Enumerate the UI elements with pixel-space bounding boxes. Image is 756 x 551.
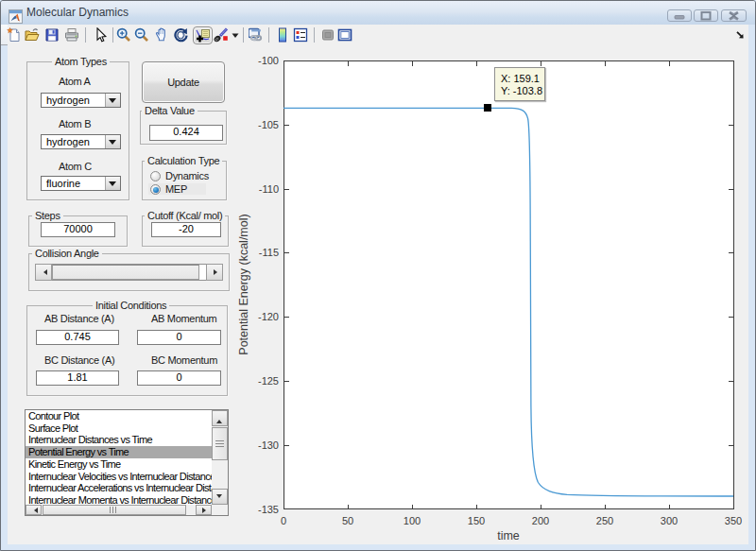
svg-text:-120: -120 — [258, 311, 279, 322]
svg-text:0: 0 — [281, 515, 286, 526]
svg-text:-105: -105 — [258, 119, 279, 130]
svg-text:250: 250 — [596, 515, 613, 526]
svg-text:-125: -125 — [258, 375, 279, 387]
svg-text:100: 100 — [404, 515, 421, 526]
svg-text:-130: -130 — [258, 439, 279, 451]
svg-text:300: 300 — [661, 515, 678, 526]
svg-text:350: 350 — [725, 515, 742, 526]
svg-text:-115: -115 — [259, 247, 279, 258]
svg-text:-110: -110 — [259, 183, 279, 195]
svg-text:50: 50 — [342, 515, 353, 526]
svg-text:time: time — [497, 529, 520, 542]
svg-text:200: 200 — [532, 515, 549, 526]
svg-text:-100: -100 — [258, 55, 279, 66]
svg-text:Potential Energy (kcal/mol): Potential Energy (kcal/mol) — [237, 214, 250, 354]
svg-text:-135: -135 — [258, 504, 279, 515]
svg-text:150: 150 — [468, 515, 485, 526]
